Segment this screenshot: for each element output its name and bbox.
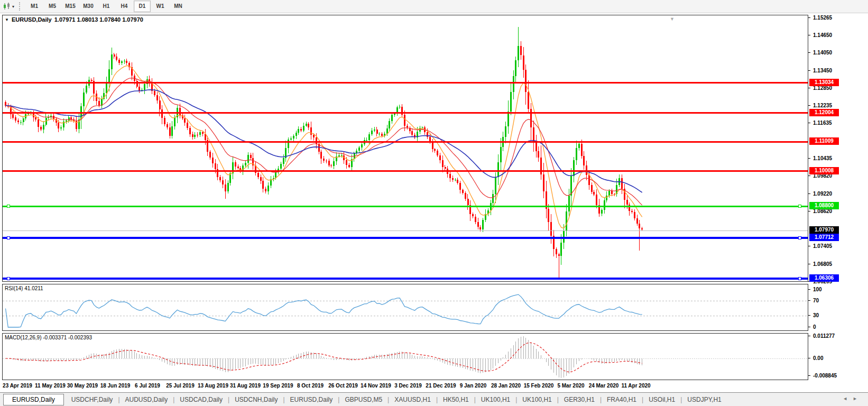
date-axis-label: 14 Nov 2019 [361,383,391,389]
date-axis-label: 15 Feb 2020 [524,383,554,389]
date-axis-label: 13 Aug 2019 [198,383,228,389]
horizontal-line-1.07712[interactable] [3,237,808,239]
chart-tab-ger30-h1[interactable]: GER30,H1 [559,394,600,405]
chart-menu-caret-icon[interactable]: ▼ [5,17,9,22]
timeframe-button-h4[interactable]: H4 [116,1,133,12]
date-axis-label: 18 Jun 2019 [100,383,131,389]
macd-label: MACD(12,26,9) -0.003371 -0.002393 [5,335,92,340]
date-axis-label: 6 Jul 2019 [135,383,160,389]
chart-tab-hk50-h1[interactable]: HK50,H1 [438,394,474,405]
rsi-axis: 10070300 [808,284,868,331]
timeframe-button-m30[interactable]: M30 [80,1,97,12]
chart-tab-eurusd-daily[interactable]: EURUSD,Daily [285,394,338,405]
price-axis-tick: 1.14050 [808,50,832,56]
macd-axis-tick: 0.00 [808,355,823,361]
horizontal-line-1.13034[interactable] [3,82,808,84]
price-axis-tick: 1.13450 [808,67,832,73]
tab-scroll-right-icon[interactable]: ► [853,396,863,401]
date-axis-label: 8 Oct 2019 [297,383,324,389]
date-axis-label: 28 Jan 2020 [491,383,521,389]
price-axis-tick: 1.15265 [808,14,832,21]
rsi-axis-tick: 70 [808,297,819,303]
price-axis-tick: 1.11635 [808,120,832,126]
price-axis-tick: 1.12235 [808,103,832,109]
rsi-axis-tick: 0 [808,324,816,330]
line-handle-right[interactable] [798,277,801,280]
chart-ohlc-values: 1.07971 1.08013 1.07840 1.07970 [54,16,143,23]
price-axis-tick: 1.06805 [808,261,832,267]
horizontal-line-1.06306[interactable] [3,278,808,280]
line-price-badge: 1.07712 [809,234,839,241]
chart-tab-xauusd-h1[interactable]: XAUUSD,H1 [389,394,436,405]
chart-tab-fra40-h1[interactable]: FRA40,H1 [602,394,642,405]
chart-tab-usdjpy-h1[interactable]: USDJPY,H1 [682,394,726,405]
timeframe-buttons: M1M5M15M30H1H4D1W1MN [25,1,187,12]
price-axis-tick: 1.09220 [808,190,832,197]
tab-scroll-left-icon[interactable]: ◄ [843,396,853,401]
line-price-badge: 1.10008 [809,167,839,174]
chart-tab-usdcnh-daily[interactable]: USDCNH,Daily [229,394,283,405]
bid-price-line [3,230,808,231]
timeframe-button-m5[interactable]: M5 [44,1,61,12]
chart-symbol-label: EURUSD,Daily [12,16,52,23]
chart-type-dropdown-caret[interactable]: ▾ [12,4,14,9]
chart-tab-gbpusd-m5[interactable]: GBPUSD,M5 [339,394,387,405]
line-handle-right[interactable] [798,236,801,239]
chart-tab-audusd-daily[interactable]: AUDUSD,Daily [120,394,173,405]
date-axis-label: 31 Aug 2019 [230,383,261,389]
chart-title: ▼ EURUSD,Daily 1.07971 1.08013 1.07840 1… [5,16,143,23]
chart-tab-eurusd-daily[interactable]: EURUSD,Daily [3,394,64,405]
horizontal-line-1.10008[interactable] [3,170,808,172]
timeframe-button-d1[interactable]: D1 [134,1,151,12]
timeframe-button-mn[interactable]: MN [170,1,187,12]
price-axis-tick: 1.10435 [808,155,832,161]
date-axis-label: 30 May 2019 [67,383,98,389]
date-axis-label: 26 Oct 2019 [328,383,358,389]
horizontal-line-1.11009[interactable] [3,141,808,143]
price-axis-tick: 1.07405 [808,243,832,250]
date-axis-label: 24 Mar 2020 [589,383,619,389]
timeframe-button-m1[interactable]: M1 [26,1,43,12]
rsi-indicator-pane[interactable]: RSI(14) 41.0211 [2,284,808,331]
horizontal-line-1.12004[interactable] [3,112,808,114]
timeframe-button-m15[interactable]: M15 [62,1,79,12]
date-axis-label: 11 Apr 2020 [621,383,650,389]
chart-tabs: EURUSD,DailyUSDCHF,Daily|AUDUSD,Daily|US… [3,394,727,405]
line-handle-left[interactable] [7,277,10,280]
macd-axis-tick: 0.011277 [808,333,835,339]
macd-axis: 0.0112770.00-0.008845 [808,333,868,380]
date-axis-label: 23 Apr 2019 [3,383,32,389]
date-axis[interactable]: 23 Apr 201911 May 201930 May 201918 Jun … [2,382,808,391]
chart-tab-usdcad-daily[interactable]: USDCAD,Daily [174,394,228,405]
date-axis-label: 5 Mar 2020 [557,383,584,389]
date-axis-label: 21 Dec 2019 [426,383,456,389]
line-price-badge: 1.11009 [809,137,839,145]
bid-price-badge: 1.07970 [809,226,839,234]
rsi-axis-tick: 30 [808,312,819,319]
scroll-position-marker-icon[interactable]: ▼ [670,16,675,22]
price-chart-pane[interactable]: ▼ EURUSD,Daily 1.07971 1.08013 1.07840 1… [2,15,808,282]
timeframe-button-w1[interactable]: W1 [152,1,169,12]
chart-tab-uk100-h1[interactable]: UK100,H1 [517,394,557,405]
line-handle-left[interactable] [7,236,10,239]
macd-indicator-pane[interactable]: MACD(12,26,9) -0.003371 -0.002393 [2,333,808,380]
tab-scroll-arrows[interactable]: ◄► [843,396,863,401]
price-axis[interactable]: 1.152651.146501.140501.134501.128501.122… [808,15,868,282]
line-handle-right[interactable] [798,205,801,208]
date-axis-label: 3 Dec 2019 [394,383,422,389]
toolbar-grip[interactable] [19,2,20,11]
horizontal-line-1.08800[interactable] [3,206,808,207]
date-axis-label: 19 Sep 2019 [263,383,293,389]
line-price-badge: 1.13034 [809,79,839,86]
timeframe-toolbar: ▾ M1M5M15M30H1H4D1W1MN [0,0,868,13]
line-handle-left[interactable] [7,205,10,208]
chart-tab-uk100-h1[interactable]: UK100,H1 [476,394,515,405]
chart-tab-usdchf-daily[interactable]: USDCHF,Daily [66,394,118,405]
line-price-badge: 1.06306 [809,274,839,282]
chart-tab-bar: EURUSD,DailyUSDCHF,Daily|AUDUSD,Daily|US… [0,392,868,406]
date-axis-label: 11 May 2019 [35,383,66,389]
price-axis-tick: 1.14650 [808,32,832,39]
candlestick-mode-icon[interactable] [2,2,12,11]
timeframe-button-h1[interactable]: H1 [98,1,115,12]
chart-tab-usoil-h1[interactable]: USOil,H1 [643,394,680,405]
